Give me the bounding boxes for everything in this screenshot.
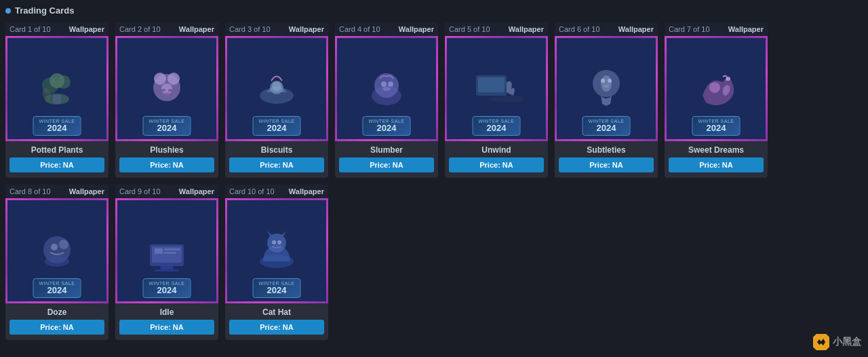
svg-point-19 xyxy=(388,81,393,87)
card-image: Cat Hat WINTER SALE 2024 xyxy=(225,198,328,303)
card-header: Card 3 of 10 Wallpaper xyxy=(225,22,328,36)
card-image: Subtleties WINTER SALE 2024 xyxy=(555,36,658,141)
winter-sale-year: 2024 xyxy=(698,124,734,133)
svg-point-11 xyxy=(168,89,172,92)
card-image: Plushies WINTER SALE 2024 xyxy=(115,36,218,141)
card-image: Idle WINTER SALE 2024 xyxy=(115,198,218,303)
svg-point-35 xyxy=(59,240,68,249)
card-header: Card 10 of 10 Wallpaper xyxy=(225,185,328,198)
card-name: Unwind xyxy=(445,141,548,157)
card-price-button[interactable]: Price: NA xyxy=(669,157,764,172)
watermark: 小黑盒 xyxy=(813,334,861,350)
card-header: Card 1 of 10 Wallpaper xyxy=(5,22,108,36)
winter-sale-badge: WINTER SALE 2024 xyxy=(143,116,191,136)
card-name: Idle xyxy=(115,303,218,320)
svg-rect-42 xyxy=(164,252,176,254)
card-header: Card 5 of 10 Wallpaper xyxy=(445,22,548,36)
cards-grid: Card 1 of 10 Wallpaper Potted Plants WIN… xyxy=(5,22,863,340)
svg-point-46 xyxy=(277,240,281,244)
svg-point-18 xyxy=(381,81,387,87)
card-header: Card 6 of 10 Wallpaper xyxy=(555,22,658,36)
card-price-button[interactable]: Price: NA xyxy=(9,157,104,172)
winter-sale-year: 2024 xyxy=(259,286,295,295)
card-item-9: Card 9 of 10 Wallpaper Idle WINTER SALE … xyxy=(115,185,218,340)
card-item-4: Card 4 of 10 Wallpaper Slumber WINTER SA… xyxy=(335,22,438,178)
svg-rect-22 xyxy=(478,77,505,92)
card-number: Card 9 of 10 xyxy=(119,187,161,195)
svg-point-15 xyxy=(272,81,281,91)
svg-point-23 xyxy=(490,96,524,102)
winter-sale-year: 2024 xyxy=(479,124,515,133)
card-type: Wallpaper xyxy=(399,25,434,33)
svg-point-44 xyxy=(267,233,286,252)
card-price-button[interactable]: Price: NA xyxy=(119,320,214,335)
winter-sale-year: 2024 xyxy=(39,286,75,295)
svg-rect-41 xyxy=(164,248,180,250)
winter-sale-badge: WINTER SALE 2024 xyxy=(33,278,81,298)
card-price-button[interactable]: Price: NA xyxy=(229,320,324,335)
card-price-button[interactable]: Price: NA xyxy=(449,157,544,172)
section-dot xyxy=(5,8,11,14)
card-price-button[interactable]: Price: NA xyxy=(9,320,104,335)
card-name: Doze xyxy=(5,303,108,320)
card-type: Wallpaper xyxy=(69,187,104,195)
card-price-button[interactable]: Price: NA xyxy=(119,157,214,172)
section-header: Trading Cards xyxy=(5,5,863,16)
card-number: Card 5 of 10 xyxy=(449,25,490,33)
svg-point-25 xyxy=(601,75,612,92)
card-item-2: Card 2 of 10 Wallpaper Plushies WINTER S… xyxy=(115,22,218,178)
winter-sale-badge: WINTER SALE 2024 xyxy=(253,278,301,298)
section-title: Trading Cards xyxy=(15,5,74,16)
card-number: Card 4 of 10 xyxy=(339,25,380,33)
winter-sale-year: 2024 xyxy=(259,124,295,133)
winter-sale-badge: WINTER SALE 2024 xyxy=(253,116,301,136)
winter-sale-year: 2024 xyxy=(39,124,75,133)
svg-point-34 xyxy=(51,244,58,250)
card-image: Potted Plants WINTER SALE 2024 xyxy=(5,36,108,141)
card-header: Card 9 of 10 Wallpaper xyxy=(115,185,218,198)
svg-rect-38 xyxy=(160,266,174,269)
card-name: Sweet Dreams xyxy=(665,141,768,157)
svg-rect-1 xyxy=(53,94,61,104)
svg-point-20 xyxy=(382,87,391,91)
card-price-button[interactable]: Price: NA xyxy=(339,157,434,172)
card-type: Wallpaper xyxy=(179,187,214,195)
card-image: Doze WINTER SALE 2024 xyxy=(5,198,108,303)
card-image: Biscuits WINTER SALE 2024 xyxy=(225,36,328,141)
svg-point-27 xyxy=(608,79,612,83)
card-price-button[interactable]: Price: NA xyxy=(229,157,324,172)
card-number: Card 1 of 10 xyxy=(9,25,51,33)
svg-point-30 xyxy=(726,77,730,81)
svg-point-10 xyxy=(161,89,165,92)
winter-sale-year: 2024 xyxy=(149,124,185,133)
card-price-button[interactable]: Price: NA xyxy=(559,157,654,172)
card-type: Wallpaper xyxy=(509,25,544,33)
card-type: Wallpaper xyxy=(179,25,214,33)
svg-point-28 xyxy=(604,85,609,88)
card-number: Card 8 of 10 xyxy=(9,187,51,195)
card-number: Card 10 of 10 xyxy=(229,187,275,195)
winter-sale-year: 2024 xyxy=(369,124,405,133)
card-type: Wallpaper xyxy=(289,187,324,195)
card-name: Subtleties xyxy=(555,141,658,157)
card-item-1: Card 1 of 10 Wallpaper Potted Plants WIN… xyxy=(5,22,108,178)
card-type: Wallpaper xyxy=(618,25,654,33)
card-header: Card 2 of 10 Wallpaper xyxy=(115,22,218,36)
card-item-8: Card 8 of 10 Wallpaper Doze WINTER SALE … xyxy=(5,185,108,340)
card-type: Wallpaper xyxy=(728,25,764,33)
winter-sale-badge: WINTER SALE 2024 xyxy=(692,116,741,136)
svg-point-29 xyxy=(709,82,720,93)
card-number: Card 3 of 10 xyxy=(229,25,271,33)
svg-point-26 xyxy=(601,79,605,83)
card-name: Slumber xyxy=(335,141,438,157)
svg-point-8 xyxy=(167,73,180,85)
winter-sale-year: 2024 xyxy=(149,286,185,295)
card-type: Wallpaper xyxy=(289,25,324,33)
winter-sale-badge: WINTER SALE 2024 xyxy=(363,116,411,136)
svg-point-45 xyxy=(272,240,276,244)
card-item-7: Card 7 of 10 Wallpaper Sweet Dreams WINT… xyxy=(665,22,768,178)
winter-sale-badge: WINTER SALE 2024 xyxy=(583,116,631,136)
svg-point-4 xyxy=(50,73,64,88)
card-name: Cat Hat xyxy=(225,303,328,320)
card-number: Card 7 of 10 xyxy=(669,25,710,33)
